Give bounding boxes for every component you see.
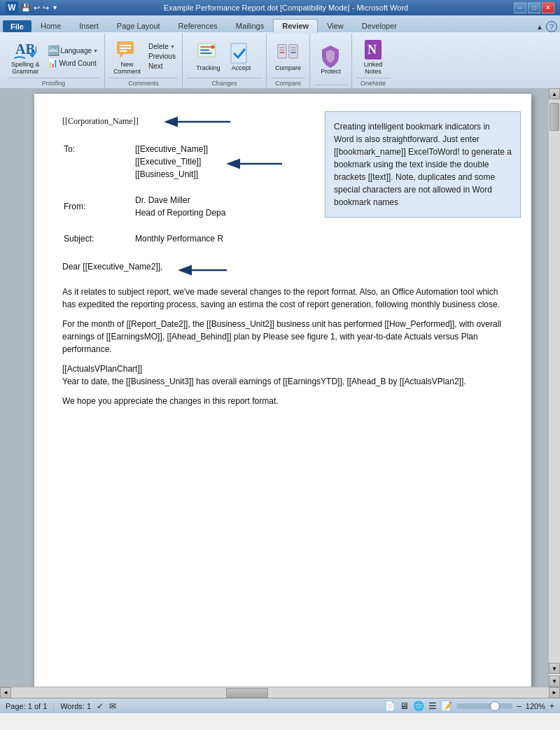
to-section: To: [[Executive_Name]] [[Executive_Title…	[62, 141, 209, 182]
protect-label: Protect	[321, 68, 341, 75]
quick-access-undo[interactable]: ↩	[34, 3, 40, 13]
vertical-scrollbar[interactable]: ▲ ▼ ▼	[549, 88, 560, 687]
quick-access-customize[interactable]: ▼	[52, 4, 58, 11]
zoom-out-icon[interactable]: –	[517, 701, 522, 711]
window-title: Example Performance Report.dot [Compatib…	[58, 3, 514, 12]
page-info: Page: 1 of 1	[6, 702, 47, 710]
protect-icon	[319, 45, 342, 68]
view-print-icon[interactable]: 📄	[384, 701, 396, 711]
tab-insert[interactable]: Insert	[70, 19, 108, 32]
tab-home[interactable]: Home	[31, 19, 70, 32]
from-section: From: Dr. Dave Miller Head of Reporting …	[62, 192, 227, 220]
tab-mailings[interactable]: Mailings	[227, 19, 273, 32]
comments-buttons: NewComment Delete ▼ Previous Next	[109, 35, 178, 78]
help-icon[interactable]: ?	[546, 21, 557, 32]
new-comment-button[interactable]: NewComment	[109, 36, 145, 77]
expand-ribbon-icon[interactable]: ▲	[536, 23, 543, 31]
scroll-track[interactable]	[549, 99, 560, 663]
subject-value: Monthly Performance R	[135, 232, 223, 245]
corporation-line: [[Corporation_Name]]	[62, 115, 503, 127]
quick-access-save[interactable]: 💾	[21, 3, 31, 13]
onenote-group-label: OneNote	[356, 78, 390, 87]
linked-notes-icon: N	[362, 38, 384, 61]
scroll-right-button[interactable]: ►	[549, 687, 560, 699]
from-dept: Head of Reporting Depa	[135, 206, 225, 219]
quick-access-redo[interactable]: ↪	[43, 3, 49, 13]
ribbon-group-onenote: N LinkedNotes OneNote	[352, 34, 394, 88]
view-outline-icon[interactable]: ☰	[428, 701, 437, 711]
word-count: Words: 1	[60, 702, 91, 710]
tracking-button[interactable]: Tracking	[192, 40, 224, 73]
view-web-icon[interactable]: 🌐	[413, 701, 424, 711]
spelling-icon: ABC	[14, 38, 36, 61]
view-full-screen-icon[interactable]: 🖥	[400, 701, 409, 711]
wordcount-icon: 📊	[48, 58, 58, 68]
accept-button[interactable]: Accept	[225, 40, 256, 73]
dear-text: Dear [[Executive_Name2]],	[62, 262, 162, 272]
scroll-thumb[interactable]	[550, 103, 559, 131]
ribbon-group-changes: Tracking Accept Changes	[183, 34, 267, 88]
business-unit-field: [[Business_Unit]]	[135, 168, 208, 181]
linked-notes-label: LinkedNotes	[364, 61, 383, 75]
from-name: Dr. Dave Miller	[135, 194, 225, 206]
tab-view[interactable]: View	[318, 19, 353, 32]
tab-review[interactable]: Review	[273, 19, 318, 34]
scroll-left-button[interactable]: ◄	[0, 687, 11, 699]
prev-comment-button[interactable]: Previous	[146, 52, 178, 61]
restore-button[interactable]: □	[528, 2, 540, 13]
zoom-thumb[interactable]	[490, 701, 500, 711]
paragraph-4: We hope you appreciate the changes in th…	[62, 395, 503, 407]
protect-group-label	[314, 85, 347, 87]
tab-references[interactable]: References	[169, 19, 227, 32]
window-controls: – □ ✕	[514, 2, 554, 13]
word-logo-icon: W	[6, 1, 18, 14]
view-draft-icon[interactable]: 📝	[441, 701, 452, 711]
to-values: [[Executive_Name]] [[Executive_Title]]	[135, 143, 208, 181]
ribbon-group-compare: Compare Compare	[267, 34, 310, 88]
proofing-status-icon: ✓	[97, 701, 104, 711]
spelling-grammar-button[interactable]: ABC Spelling &Grammar	[7, 36, 44, 77]
protect-button[interactable]: Protect	[315, 43, 346, 77]
linked-notes-button[interactable]: N LinkedNotes	[358, 36, 388, 77]
proofing-buttons: ABC Spelling &Grammar 🔤 Language ▼ 📊 Wor	[7, 35, 100, 78]
tab-page-layout[interactable]: Page Layout	[108, 19, 169, 32]
compare-button[interactable]: Compare	[271, 40, 305, 73]
scroll-up-button[interactable]: ▲	[549, 88, 560, 99]
h-scroll-track[interactable]	[11, 687, 549, 698]
language-button[interactable]: 🔤 Language ▼	[46, 44, 100, 57]
exec-title-field: [[Executive_Title]]	[135, 157, 201, 167]
scroll-page-down[interactable]: ▼	[549, 675, 560, 687]
dear-line: Dear [[Executive_Name2]],	[62, 260, 503, 273]
language-dropdown-arrow: ▼	[93, 48, 98, 53]
horizontal-scrollbar[interactable]: ◄ ►	[0, 687, 560, 698]
close-button[interactable]: ✕	[542, 2, 554, 13]
h-scroll-thumb[interactable]	[226, 688, 268, 698]
help-area: ▲ ?	[536, 21, 557, 32]
zoom-bar[interactable]	[456, 703, 512, 709]
minimize-button[interactable]: –	[514, 2, 526, 13]
accept-icon	[230, 42, 252, 64]
next-comment-button[interactable]: Next	[146, 62, 178, 71]
corporation-field: [[Corporation_Name]]	[62, 116, 139, 126]
ribbon-group-protect: Protect	[310, 34, 352, 88]
comments-group-label: Comments	[109, 78, 178, 87]
delete-dropdown: ▼	[170, 44, 175, 49]
wordcount-button[interactable]: 📊 Word Count	[46, 57, 100, 69]
compare-label: Compare	[275, 64, 301, 71]
protect-buttons: Protect	[315, 35, 346, 85]
compare-group-label: Compare	[271, 78, 305, 87]
tab-file[interactable]: File	[3, 20, 31, 32]
exec-title-row: [[Executive_Title]]	[135, 155, 208, 168]
separator-1: |	[52, 702, 55, 710]
from-label: From:	[64, 194, 134, 219]
delete-button[interactable]: Delete ▼	[146, 42, 178, 51]
from-values: Dr. Dave Miller Head of Reporting Depa	[135, 194, 225, 219]
document-page: Creating intelligent bookmark indicators…	[34, 94, 531, 687]
document-area: ▲ ▼ ▼ Creating intelligent bookmark indi…	[0, 88, 560, 687]
zoom-in-icon[interactable]: +	[550, 701, 554, 711]
tracking-icon	[197, 42, 219, 64]
tab-developer[interactable]: Developer	[353, 19, 406, 32]
scroll-down-button[interactable]: ▼	[549, 663, 560, 674]
subject-text: Monthly Performance R	[135, 234, 223, 244]
callout-text: Creating intelligent bookmark indicators…	[334, 122, 512, 207]
